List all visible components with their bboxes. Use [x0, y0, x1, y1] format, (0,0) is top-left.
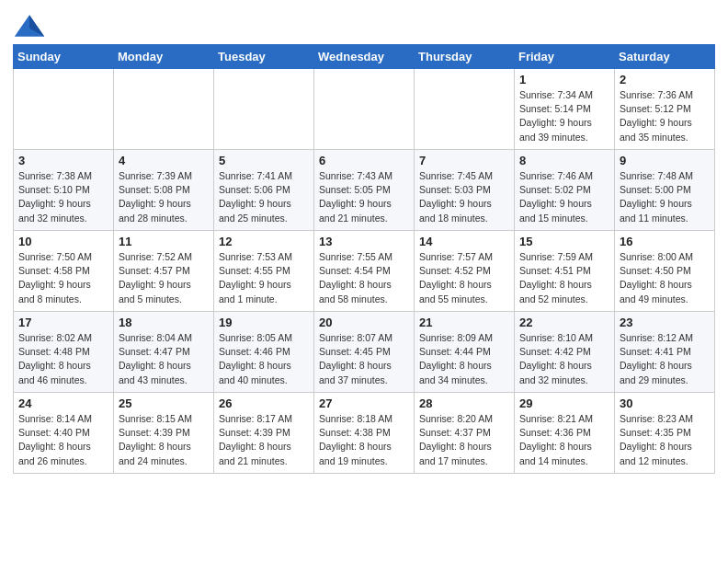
- calendar-cell: 19Sunrise: 8:05 AM Sunset: 4:46 PM Dayli…: [214, 312, 314, 393]
- calendar-header-thursday: Thursday: [415, 45, 515, 69]
- day-info: Sunrise: 7:34 AM Sunset: 5:14 PM Dayligh…: [519, 88, 609, 144]
- calendar-cell: 23Sunrise: 8:12 AM Sunset: 4:41 PM Dayli…: [615, 312, 715, 393]
- calendar-week-2: 3Sunrise: 7:38 AM Sunset: 5:10 PM Daylig…: [14, 150, 715, 231]
- calendar-cell: [14, 69, 114, 150]
- day-info: Sunrise: 8:09 AM Sunset: 4:44 PM Dayligh…: [419, 331, 509, 387]
- calendar-cell: 12Sunrise: 7:53 AM Sunset: 4:55 PM Dayli…: [214, 231, 314, 312]
- day-number: 14: [419, 235, 509, 248]
- day-info: Sunrise: 7:50 AM Sunset: 4:58 PM Dayligh…: [18, 250, 108, 306]
- calendar-cell: 24Sunrise: 8:14 AM Sunset: 4:40 PM Dayli…: [14, 393, 114, 474]
- header: [13, 9, 715, 39]
- calendar-cell: 28Sunrise: 8:20 AM Sunset: 4:37 PM Dayli…: [415, 393, 515, 474]
- calendar-cell: 6Sunrise: 7:43 AM Sunset: 5:05 PM Daylig…: [314, 150, 415, 231]
- calendar-cell: 16Sunrise: 8:00 AM Sunset: 4:50 PM Dayli…: [615, 231, 715, 312]
- calendar-header-row: SundayMondayTuesdayWednesdayThursdayFrid…: [14, 45, 715, 69]
- day-number: 22: [519, 316, 609, 329]
- calendar-cell: 11Sunrise: 7:52 AM Sunset: 4:57 PM Dayli…: [114, 231, 214, 312]
- day-number: 2: [620, 73, 710, 86]
- day-info: Sunrise: 7:48 AM Sunset: 5:00 PM Dayligh…: [620, 169, 710, 225]
- calendar-week-3: 10Sunrise: 7:50 AM Sunset: 4:58 PM Dayli…: [14, 231, 715, 312]
- day-info: Sunrise: 8:00 AM Sunset: 4:50 PM Dayligh…: [620, 250, 710, 306]
- calendar-cell: [314, 69, 415, 150]
- day-info: Sunrise: 8:21 AM Sunset: 4:36 PM Dayligh…: [519, 412, 609, 468]
- calendar-cell: 18Sunrise: 8:04 AM Sunset: 4:47 PM Dayli…: [114, 312, 214, 393]
- day-info: Sunrise: 7:57 AM Sunset: 4:52 PM Dayligh…: [419, 250, 509, 306]
- page: SundayMondayTuesdayWednesdayThursdayFrid…: [0, 0, 728, 483]
- calendar-header-monday: Monday: [114, 45, 214, 69]
- day-number: 3: [18, 154, 108, 167]
- calendar-cell: [114, 69, 214, 150]
- calendar-cell: [214, 69, 314, 150]
- calendar-cell: 9Sunrise: 7:48 AM Sunset: 5:00 PM Daylig…: [615, 150, 715, 231]
- day-number: 7: [419, 154, 509, 167]
- calendar-cell: 8Sunrise: 7:46 AM Sunset: 5:02 PM Daylig…: [515, 150, 615, 231]
- calendar-header-sunday: Sunday: [14, 45, 114, 69]
- day-number: 26: [219, 396, 309, 410]
- calendar-header-saturday: Saturday: [615, 45, 715, 69]
- day-info: Sunrise: 7:55 AM Sunset: 4:54 PM Dayligh…: [319, 250, 409, 306]
- calendar-header-friday: Friday: [515, 45, 615, 69]
- day-number: 12: [219, 235, 309, 248]
- calendar-cell: 17Sunrise: 8:02 AM Sunset: 4:48 PM Dayli…: [14, 312, 114, 393]
- day-info: Sunrise: 8:04 AM Sunset: 4:47 PM Dayligh…: [119, 331, 209, 387]
- day-number: 13: [319, 235, 409, 248]
- day-info: Sunrise: 7:39 AM Sunset: 5:08 PM Dayligh…: [119, 169, 209, 225]
- day-info: Sunrise: 8:18 AM Sunset: 4:38 PM Dayligh…: [319, 412, 409, 468]
- day-number: 18: [119, 316, 209, 329]
- day-info: Sunrise: 7:53 AM Sunset: 4:55 PM Dayligh…: [219, 250, 309, 306]
- calendar-cell: 26Sunrise: 8:17 AM Sunset: 4:39 PM Dayli…: [214, 393, 314, 474]
- day-number: 17: [18, 316, 108, 329]
- calendar-cell: 22Sunrise: 8:10 AM Sunset: 4:42 PM Dayli…: [515, 312, 615, 393]
- day-info: Sunrise: 8:14 AM Sunset: 4:40 PM Dayligh…: [18, 412, 108, 468]
- calendar-cell: 30Sunrise: 8:23 AM Sunset: 4:35 PM Dayli…: [615, 393, 715, 474]
- day-number: 29: [519, 396, 609, 410]
- calendar-header-wednesday: Wednesday: [314, 45, 415, 69]
- day-number: 20: [319, 316, 409, 329]
- calendar-cell: 29Sunrise: 8:21 AM Sunset: 4:36 PM Dayli…: [515, 393, 615, 474]
- calendar-cell: 7Sunrise: 7:45 AM Sunset: 5:03 PM Daylig…: [415, 150, 515, 231]
- day-number: 27: [319, 396, 409, 410]
- calendar-cell: 10Sunrise: 7:50 AM Sunset: 4:58 PM Dayli…: [14, 231, 114, 312]
- day-number: 4: [119, 154, 209, 167]
- day-number: 21: [419, 316, 509, 329]
- calendar-cell: 4Sunrise: 7:39 AM Sunset: 5:08 PM Daylig…: [114, 150, 214, 231]
- calendar-cell: 14Sunrise: 7:57 AM Sunset: 4:52 PM Dayli…: [415, 231, 515, 312]
- day-info: Sunrise: 7:38 AM Sunset: 5:10 PM Dayligh…: [18, 169, 108, 225]
- calendar-header-tuesday: Tuesday: [214, 45, 314, 69]
- calendar-cell: [415, 69, 515, 150]
- calendar-cell: 27Sunrise: 8:18 AM Sunset: 4:38 PM Dayli…: [314, 393, 415, 474]
- day-number: 1: [519, 73, 609, 86]
- day-number: 28: [419, 396, 509, 410]
- day-number: 30: [620, 396, 710, 410]
- day-number: 9: [620, 154, 710, 167]
- calendar-cell: 20Sunrise: 8:07 AM Sunset: 4:45 PM Dayli…: [314, 312, 415, 393]
- day-info: Sunrise: 7:52 AM Sunset: 4:57 PM Dayligh…: [119, 250, 209, 306]
- day-info: Sunrise: 7:36 AM Sunset: 5:12 PM Dayligh…: [620, 88, 710, 144]
- day-number: 10: [18, 235, 108, 248]
- day-number: 8: [519, 154, 609, 167]
- day-info: Sunrise: 8:15 AM Sunset: 4:39 PM Dayligh…: [119, 412, 209, 468]
- calendar-cell: 2Sunrise: 7:36 AM Sunset: 5:12 PM Daylig…: [615, 69, 715, 150]
- day-info: Sunrise: 8:10 AM Sunset: 4:42 PM Dayligh…: [519, 331, 609, 387]
- day-info: Sunrise: 8:12 AM Sunset: 4:41 PM Dayligh…: [620, 331, 710, 387]
- day-info: Sunrise: 8:02 AM Sunset: 4:48 PM Dayligh…: [18, 331, 108, 387]
- day-number: 16: [620, 235, 710, 248]
- calendar-cell: 1Sunrise: 7:34 AM Sunset: 5:14 PM Daylig…: [515, 69, 615, 150]
- day-number: 5: [219, 154, 309, 167]
- day-info: Sunrise: 7:41 AM Sunset: 5:06 PM Dayligh…: [219, 169, 309, 225]
- calendar-week-1: 1Sunrise: 7:34 AM Sunset: 5:14 PM Daylig…: [14, 69, 715, 150]
- day-number: 15: [519, 235, 609, 248]
- logo: [13, 13, 48, 39]
- day-info: Sunrise: 8:20 AM Sunset: 4:37 PM Dayligh…: [419, 412, 509, 468]
- day-info: Sunrise: 7:59 AM Sunset: 4:51 PM Dayligh…: [519, 250, 609, 306]
- day-info: Sunrise: 8:23 AM Sunset: 4:35 PM Dayligh…: [620, 412, 710, 468]
- day-info: Sunrise: 7:45 AM Sunset: 5:03 PM Dayligh…: [419, 169, 509, 225]
- day-number: 19: [219, 316, 309, 329]
- day-number: 24: [18, 396, 108, 410]
- day-number: 25: [119, 396, 209, 410]
- calendar-cell: 3Sunrise: 7:38 AM Sunset: 5:10 PM Daylig…: [14, 150, 114, 231]
- calendar-cell: 25Sunrise: 8:15 AM Sunset: 4:39 PM Dayli…: [114, 393, 214, 474]
- calendar-cell: 5Sunrise: 7:41 AM Sunset: 5:06 PM Daylig…: [214, 150, 314, 231]
- calendar-cell: 15Sunrise: 7:59 AM Sunset: 4:51 PM Dayli…: [515, 231, 615, 312]
- day-number: 23: [620, 316, 710, 329]
